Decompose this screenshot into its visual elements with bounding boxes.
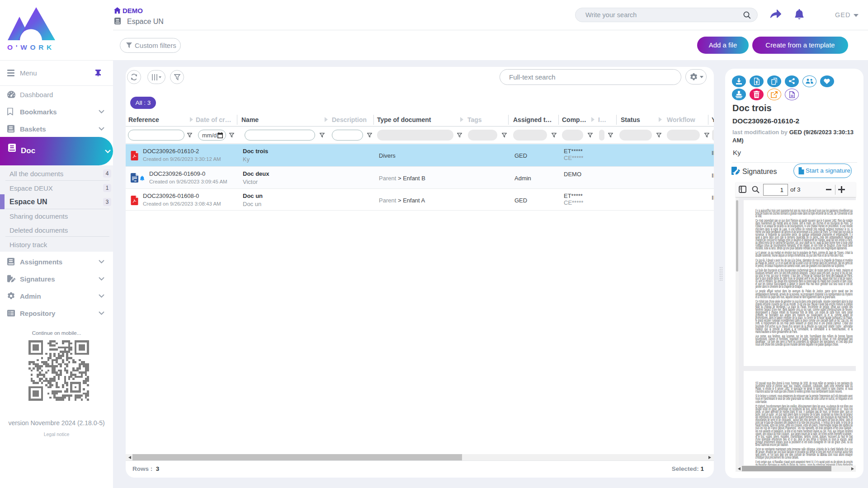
svg-text:O'WORK: O'WORK <box>7 43 55 51</box>
svg-text:w: w <box>134 179 137 182</box>
